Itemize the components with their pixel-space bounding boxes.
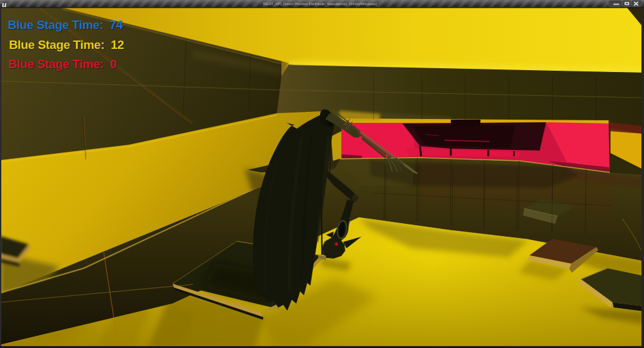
svg-text:u: u — [2, 0, 6, 9]
svg-text:REST_API_Demo Preview [NetMode: REST_API_Demo Preview [NetMode: Standalo… — [263, 2, 377, 6]
